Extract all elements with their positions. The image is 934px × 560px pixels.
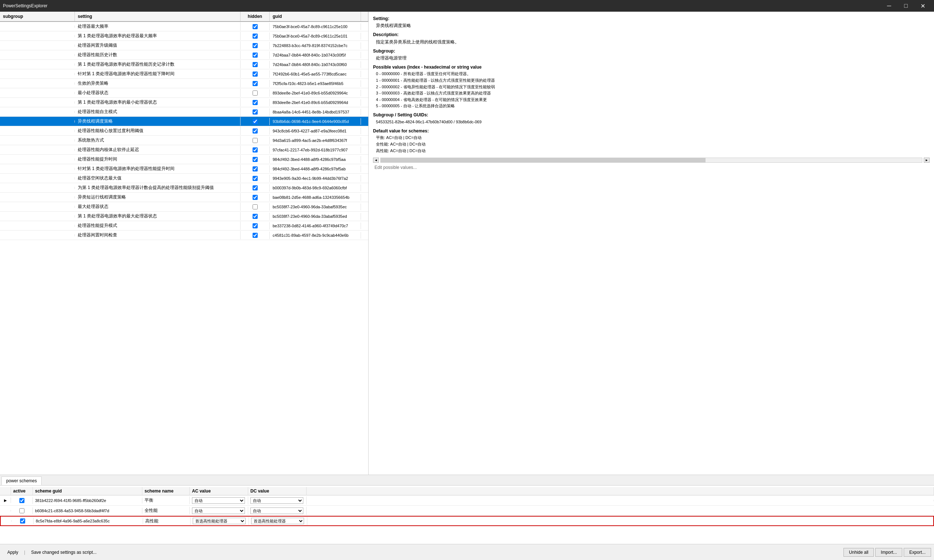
hidden-checkbox[interactable]: [253, 166, 258, 171]
scheme-row[interactable]: b6084c21-c838-4a53-9458-56b3dadf4f7d 全性能…: [0, 506, 934, 516]
hidden-checkbox[interactable]: [253, 91, 258, 95]
scheme-row[interactable]: ▶ 381b4222-f694-41f0-9685-ff5bb260df2e 平…: [0, 495, 934, 506]
cell-hidden[interactable]: [240, 80, 270, 87]
maximize-button[interactable]: □: [897, 0, 914, 12]
scheme-ac-cell[interactable]: 自动所有处理器高性能处理器省电异性能处理器高效处理器省电高效处理器首选高性能处理…: [190, 497, 248, 505]
table-row[interactable]: 针对第 1 类处理器电源效率的处理器性能提升时间 984cf492-3bed-4…: [0, 164, 368, 174]
hidden-checkbox[interactable]: [253, 157, 258, 162]
scheme-ac-select[interactable]: 自动所有处理器高性能处理器省电异性能处理器高效处理器省电高效处理器首选高性能处理…: [192, 497, 245, 504]
cell-hidden[interactable]: [240, 71, 270, 78]
table-row[interactable]: 处理器最大频率 75b0ae3f-bce0-45a7-8c89-c9611c25…: [0, 22, 368, 31]
minimize-button[interactable]: ─: [881, 0, 897, 12]
cell-hidden[interactable]: [240, 156, 270, 163]
table-row[interactable]: 处理器闲置升级阈值 7b224883-b3cc-4d79-819f-837415…: [0, 41, 368, 50]
hidden-checkbox[interactable]: [253, 223, 258, 228]
table-row[interactable]: 处理器性能提升时间 984cf492-3bed-4488-a8f9-4286c9…: [0, 155, 368, 164]
cell-hidden[interactable]: [240, 232, 270, 239]
table-row[interactable]: 针对第 1 类处理器电源效率的处理器性能下降时间 7f2492b6-60b1-4…: [0, 69, 368, 79]
hidden-checkbox[interactable]: [253, 148, 258, 152]
tab-power-schemes[interactable]: power schemes: [2, 477, 42, 485]
scheme-dc-cell[interactable]: 自动所有处理器高性能处理器省电异性能处理器高效处理器省电高效处理器首选高性能处理…: [248, 497, 307, 505]
table-row[interactable]: 第 1 类处理器电源效率的最大处理器状态 bc5038f7-23e0-4960-…: [0, 212, 368, 221]
table-row[interactable]: 处理器性能历史计数 7d24baa7-0b84-480f-840c-1b0743…: [0, 50, 368, 60]
scheme-dc-select[interactable]: 自动所有处理器高性能处理器省电异性能处理器高效处理器省电高效处理器首选高性能处理…: [250, 497, 303, 504]
table-row[interactable]: 处理器性能提升模式 be337238-0d82-4146-a960-4f3749…: [0, 221, 368, 231]
hidden-checkbox[interactable]: [253, 81, 258, 86]
cell-hidden[interactable]: [240, 89, 270, 97]
cell-hidden[interactable]: [240, 99, 270, 106]
cell-hidden[interactable]: [240, 184, 270, 192]
close-button[interactable]: ✕: [914, 0, 931, 12]
scheme-active-checkbox[interactable]: [19, 508, 25, 513]
table-row[interactable]: 第 1 类处理器电源效率的处理器最大频率 75b0ae3f-bce0-45a7-…: [0, 31, 368, 41]
table-row[interactable]: 处理器性能内核体止软停止延迟 97cfac41-2217-47eb-992d-6…: [0, 145, 368, 155]
scheme-ac-select[interactable]: 自动所有处理器高性能处理器省电异性能处理器高效处理器省电高效处理器首选高性能处理…: [193, 518, 246, 524]
cell-hidden[interactable]: [240, 61, 270, 68]
edit-values-button[interactable]: Edit possible values...: [373, 164, 418, 171]
table-row[interactable]: 生效的异类策略 7f2f5cfa-f10c-4823-b5e1-e93ae85f…: [0, 79, 368, 88]
scheme-active-checkbox[interactable]: [19, 498, 25, 503]
table-row[interactable]: 系统散热方式 94d3a615-a899-4ac5-ae2b-e4d8f6343…: [0, 136, 368, 145]
hidden-checkbox[interactable]: [253, 138, 258, 143]
table-row[interactable]: 最大处理器状态 bc5038f7-23e0-4960-96da-33abaf59…: [0, 202, 368, 212]
hidden-checkbox[interactable]: [253, 195, 258, 200]
cell-hidden[interactable]: [240, 165, 270, 172]
hidden-checkbox[interactable]: [253, 176, 258, 181]
scroll-right-btn[interactable]: ►: [924, 158, 929, 163]
scheme-active[interactable]: [12, 518, 34, 524]
cell-hidden[interactable]: [240, 222, 270, 229]
table-row[interactable]: 处理器性能自主模式 8baa4a8a-14c6-4451-8e8b-14bdbd…: [0, 107, 368, 117]
scheme-dc-select[interactable]: 自动所有处理器高性能处理器省电异性能处理器高效处理器省电高效处理器首选高性能处理…: [251, 518, 304, 524]
cell-hidden[interactable]: [240, 23, 270, 30]
table-row[interactable]: 处理器性能核心放置过度利用阈值 943c8cb6-6f93-4227-ad87-…: [0, 126, 368, 136]
cell-hidden[interactable]: [240, 108, 270, 115]
cell-hidden[interactable]: [240, 203, 270, 211]
scheme-active-checkbox[interactable]: [20, 518, 25, 523]
table-row[interactable]: 最小处理器状态 893dee8e-2bef-41e0-89c6-b55d0929…: [0, 88, 368, 98]
table-row[interactable]: 异类短运行线程调度策略 bae08b81-2d5e-4688-ad6a-1324…: [0, 192, 368, 202]
unhide-all-button[interactable]: Unhide all: [843, 548, 874, 557]
cell-hidden[interactable]: [240, 175, 270, 182]
scheme-ac-cell[interactable]: 自动所有处理器高性能处理器省电异性能处理器高效处理器省电高效处理器首选高性能处理…: [190, 507, 248, 515]
cell-hidden[interactable]: [240, 127, 270, 135]
scheme-active[interactable]: [11, 497, 33, 504]
scheme-ac-select[interactable]: 自动所有处理器高性能处理器省电异性能处理器高效处理器省电高效处理器首选高性能处理…: [192, 508, 245, 514]
scheme-row[interactable]: 8c5e7fda-e8bf-4a96-9a85-a6e23a8c635c 高性能…: [0, 516, 934, 526]
hidden-checkbox[interactable]: [253, 71, 258, 77]
cell-hidden[interactable]: [240, 213, 270, 220]
table-row[interactable]: 异类线程调度策略 93b8b6dc-0698-4d1c-9ee4-0644e90…: [0, 117, 368, 126]
scheme-ac-cell[interactable]: 自动所有处理器高性能处理器省电异性能处理器高效处理器省电高效处理器首选高性能处理…: [191, 517, 249, 525]
scheme-dc-select[interactable]: 自动所有处理器高性能处理器省电异性能处理器高效处理器省电高效处理器首选高性能处理…: [250, 508, 303, 514]
hidden-checkbox[interactable]: [253, 34, 258, 38]
scroll-left-btn[interactable]: ◄: [373, 158, 379, 163]
hidden-checkbox[interactable]: [253, 62, 258, 67]
hidden-checkbox[interactable]: [253, 24, 258, 29]
table-row[interactable]: 处理器闲置时间检查 c4581c31-89ab-4597-8e2b-9c9cab…: [0, 231, 368, 240]
apply-button[interactable]: Apply: [3, 548, 23, 556]
save-script-button[interactable]: Save changed settings as script...: [27, 548, 101, 556]
cell-hidden[interactable]: [240, 42, 270, 49]
hidden-checkbox[interactable]: [253, 204, 258, 209]
scheme-dc-cell[interactable]: 自动所有处理器高性能处理器省电异性能处理器高效处理器省电高效处理器首选高性能处理…: [248, 507, 307, 515]
import-button[interactable]: Import...: [875, 548, 902, 557]
scheme-active[interactable]: [11, 508, 33, 514]
table-row[interactable]: 第 1 类处理器电源效率的最小处理器状态 893dee8e-2bef-41e0-…: [0, 98, 368, 107]
hidden-checkbox[interactable]: [253, 100, 258, 105]
table-row[interactable]: 处理器空闲状态最大值 9943e905-9a30-4ec1-9b99-44dd3…: [0, 174, 368, 183]
cell-hidden[interactable]: [240, 118, 270, 125]
hidden-checkbox[interactable]: [253, 109, 258, 115]
table-row[interactable]: 第 1 类处理器电源效率的处理器性能历史记录计数 7d24baa7-0b84-4…: [0, 60, 368, 69]
cell-hidden[interactable]: [240, 51, 270, 59]
hidden-checkbox[interactable]: [253, 128, 258, 134]
cell-hidden[interactable]: [240, 146, 270, 154]
cell-hidden[interactable]: [240, 194, 270, 201]
cell-hidden[interactable]: [240, 137, 270, 144]
export-button[interactable]: Export...: [904, 548, 931, 557]
scheme-dc-cell[interactable]: 自动所有处理器高性能处理器省电异性能处理器高效处理器省电高效处理器首选高性能处理…: [249, 517, 307, 525]
hidden-checkbox[interactable]: [253, 52, 258, 58]
hidden-checkbox[interactable]: [253, 119, 258, 124]
cell-hidden[interactable]: [240, 32, 270, 40]
hidden-checkbox[interactable]: [253, 233, 258, 238]
hidden-checkbox[interactable]: [253, 43, 258, 48]
table-row[interactable]: 为第 1 类处理器电源效率处理器计数会提高的处理器性能级别提升阈值 b00039…: [0, 183, 368, 192]
